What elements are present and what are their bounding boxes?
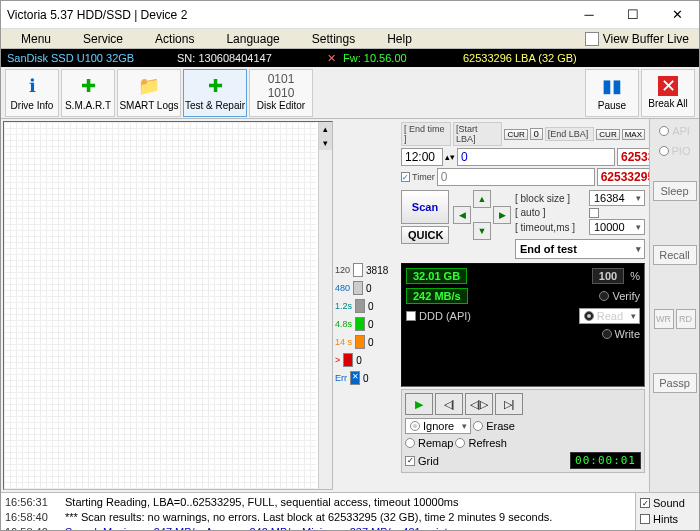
step-both-button[interactable]: ◁|▷: [465, 393, 493, 415]
serial-number: SN: 130608404147: [171, 49, 321, 67]
end-cur-button[interactable]: CUR: [596, 129, 619, 140]
rd-button[interactable]: RD: [676, 309, 696, 329]
pause-button[interactable]: ▮▮Pause: [585, 69, 639, 117]
read-radio[interactable]: Read: [579, 308, 640, 324]
folder-icon: 📁: [137, 74, 161, 98]
hints-checkbox[interactable]: Hints: [640, 513, 695, 525]
end-max-button[interactable]: MAX: [622, 129, 645, 140]
surface-scrollbar[interactable]: ▴ ▾: [318, 122, 332, 489]
ddd-checkbox[interactable]: DDD (API): [406, 310, 471, 322]
menu-help[interactable]: Help: [371, 30, 428, 48]
end-of-test-select[interactable]: End of test: [515, 239, 645, 259]
timer-checkbox[interactable]: ✓: [401, 172, 410, 182]
erase-radio[interactable]: Erase: [473, 420, 515, 432]
break-all-button[interactable]: ✕Break All: [641, 69, 695, 117]
refresh-radio[interactable]: Refresh: [455, 437, 507, 449]
api-radio[interactable]: API: [659, 125, 690, 137]
end-time-label: [ End time ]: [401, 122, 451, 146]
log-area: 16:56:31Starting Reading, LBA=0..6253329…: [1, 492, 699, 531]
smart-logs-button[interactable]: 📁SMART Logs: [117, 69, 181, 117]
device-name: SanDisk SSD U100 32GB: [1, 49, 171, 67]
start-lba-input[interactable]: [457, 148, 615, 166]
menu-menu[interactable]: Menu: [5, 30, 67, 48]
view-buffer-label: View Buffer Live: [603, 32, 689, 46]
sleep-button[interactable]: Sleep: [653, 181, 697, 201]
quick-button[interactable]: QUICK: [401, 226, 449, 244]
pct-tag: 100: [592, 268, 624, 284]
nav-down-button[interactable]: ▼: [473, 222, 491, 240]
size-tag: 32.01 GB: [406, 268, 467, 284]
menu-service[interactable]: Service: [67, 30, 139, 48]
device-status-bar: SanDisk SSD U100 32GB SN: 130608404147 ✕…: [1, 49, 699, 67]
menu-actions[interactable]: Actions: [139, 30, 210, 48]
block-size-label: [ block size ]: [515, 193, 587, 204]
smart-button[interactable]: ✚S.M.A.R.T: [61, 69, 115, 117]
menubar: Menu Service Actions Language Settings H…: [1, 29, 699, 49]
status-panel: 32.01 GB 100 % 242 MB/s Verify DDD (API)…: [401, 263, 645, 387]
recall-button[interactable]: Recall: [653, 245, 697, 265]
close-button[interactable]: ✕: [655, 1, 699, 29]
minimize-button[interactable]: ─: [567, 1, 611, 29]
step-back-button[interactable]: ◁|: [435, 393, 463, 415]
nav-right-button[interactable]: ▶: [493, 206, 511, 224]
buffer-icon: [585, 32, 599, 46]
window-title: Victoria 5.37 HDD/SSD | Device 2: [7, 8, 567, 22]
start-lba-label: [Start LBA]: [453, 122, 502, 146]
control-panel: [ End time ] [Start LBA] CUR 0 [End LBA]…: [399, 119, 649, 492]
main-area: ▴ ▾ 1203818 4800 1.2s0 4.8s0 14 s0 >0 Er…: [1, 119, 699, 492]
main-toolbar: ℹDrive Info ✚S.M.A.R.T 📁SMART Logs ✚Test…: [1, 67, 699, 119]
stop-icon: ✕: [658, 76, 678, 96]
spinner-icon[interactable]: ▴▾: [445, 152, 455, 162]
right-pane: API PIO Sleep Recall WR RD Passp: [649, 119, 699, 492]
test-repair-button[interactable]: ✚Test & Repair: [183, 69, 247, 117]
auto-checkbox[interactable]: [589, 208, 599, 218]
auto-label: [ auto ]: [515, 207, 587, 218]
disk-editor-button[interactable]: 01011010Disk Editor: [249, 69, 313, 117]
scan-button[interactable]: Scan: [401, 190, 449, 224]
timer-a-input[interactable]: [437, 168, 595, 186]
navigate-pad: ▲ ▼ ◀ ▶: [451, 190, 513, 240]
play-button[interactable]: ▶: [405, 393, 433, 415]
step-fwd-button[interactable]: ▷|: [495, 393, 523, 415]
drive-info-button[interactable]: ℹDrive Info: [5, 69, 59, 117]
info-icon: ℹ: [20, 74, 44, 98]
maximize-button[interactable]: ☐: [611, 1, 655, 29]
end-time-input[interactable]: [401, 148, 443, 166]
nav-left-button[interactable]: ◀: [453, 206, 471, 224]
timer-label: Timer: [412, 172, 435, 182]
wr-button[interactable]: WR: [654, 309, 674, 329]
passp-button[interactable]: Passp: [653, 373, 697, 393]
firmware: Fw: 10.56.00: [337, 49, 457, 67]
close-device-icon[interactable]: ✕: [321, 49, 337, 67]
write-radio[interactable]: Write: [602, 328, 640, 340]
scroll-up-icon[interactable]: ▴: [319, 122, 332, 136]
menu-settings[interactable]: Settings: [296, 30, 371, 48]
grid-checkbox[interactable]: ✓Grid: [405, 455, 439, 467]
log-text: 16:56:31Starting Reading, LBA=0..6253329…: [1, 493, 635, 531]
scan-surface: ▴ ▾: [3, 121, 333, 490]
pio-radio[interactable]: PIO: [659, 145, 691, 157]
repair-icon: ✚: [203, 74, 227, 98]
start-zero-button[interactable]: 0: [530, 128, 543, 140]
sound-checkbox[interactable]: ✓Sound: [640, 497, 695, 509]
start-cur-button[interactable]: CUR: [504, 129, 527, 140]
nav-up-button[interactable]: ▲: [473, 190, 491, 208]
playback-row: ▶ ◁| ◁|▷ ▷|: [405, 393, 641, 415]
block-size-select[interactable]: 16384: [589, 190, 645, 206]
view-buffer-live[interactable]: View Buffer Live: [585, 32, 695, 46]
titlebar: Victoria 5.37 HDD/SSD | Device 2 ─ ☐ ✕: [1, 1, 699, 29]
timeout-label: [ timeout,ms ]: [515, 222, 587, 233]
timeout-select[interactable]: 10000: [589, 219, 645, 235]
menu-language[interactable]: Language: [210, 30, 295, 48]
log-options: ✓Sound Hints: [635, 493, 699, 531]
elapsed-counter: 00:00:01: [570, 452, 641, 469]
scroll-down-icon[interactable]: ▾: [319, 136, 332, 150]
remap-radio[interactable]: Remap: [405, 437, 453, 449]
ignore-radio[interactable]: Ignore: [405, 418, 471, 434]
surface-grid: [4, 122, 316, 489]
verify-radio[interactable]: Verify: [599, 290, 640, 302]
lba-info: 62533296 LBA (32 GB): [457, 49, 699, 67]
smart-icon: ✚: [76, 74, 100, 98]
speed-tag: 242 MB/s: [406, 288, 468, 304]
legend-column: 1203818 4800 1.2s0 4.8s0 14 s0 >0 Err✕0: [335, 119, 399, 492]
